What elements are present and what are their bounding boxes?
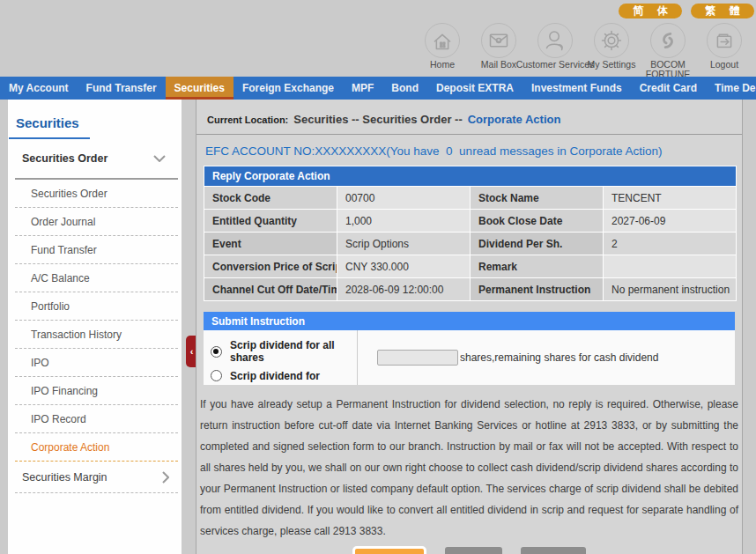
table-title: Reply Corporate Action bbox=[204, 166, 737, 187]
main-nav: My Account Fund Transfer Securities Fore… bbox=[0, 77, 756, 100]
nav-bond[interactable]: Bond bbox=[382, 77, 427, 100]
gear-icon bbox=[594, 23, 629, 58]
submit-instruction-title: Submit Instruction bbox=[204, 312, 735, 330]
nav-deposit-extra[interactable]: Deposit EXTRA bbox=[427, 77, 523, 100]
nav-my-account[interactable]: My Account bbox=[0, 77, 78, 100]
option-scrip-partial[interactable]: Scrip dividend for bbox=[211, 370, 357, 382]
logout-label: Logout bbox=[710, 60, 738, 70]
main-panel: Current Location: Securities -- Securiti… bbox=[196, 100, 743, 554]
sidebar: Securities Securities Order Securities O… bbox=[8, 100, 182, 554]
instruction-notice: If you have already setup a Permanent In… bbox=[196, 385, 742, 542]
sidebar-item-ipo-financing[interactable]: IPO Financing bbox=[15, 377, 178, 405]
traditional-chinese-button[interactable]: 繁 體 bbox=[691, 4, 754, 18]
submit-button[interactable]: Submit bbox=[352, 546, 426, 554]
sidebar-item-securities-order[interactable]: Securities Order bbox=[15, 180, 178, 208]
customer-services-icon bbox=[537, 23, 573, 58]
instruction-options: Scrip dividend for all shares Scrip divi… bbox=[204, 330, 358, 385]
option-label: Scrip dividend for all shares bbox=[230, 339, 357, 364]
bocom-fortune-icon bbox=[650, 23, 686, 58]
nav-securities[interactable]: Securities bbox=[166, 77, 233, 100]
nav-foreign-exchange[interactable]: Foreign Exchange bbox=[233, 77, 343, 100]
sidebar-title: Securities bbox=[8, 100, 182, 137]
table-row: Channel Cut Off Date/Time 2028-06-09 12:… bbox=[204, 278, 737, 301]
sidebar-section-label: Securities Order bbox=[22, 152, 107, 165]
submit-instruction-body: Scrip dividend for all shares Scrip divi… bbox=[204, 330, 735, 385]
mailbox-label: Mail Box bbox=[481, 60, 516, 70]
sidebar-section2-label: Securities Margin bbox=[22, 471, 107, 484]
breadcrumb-prefix: Current Location: bbox=[207, 114, 288, 125]
table-row: Entitled Quantity 1,000 Book Close Date … bbox=[204, 210, 737, 233]
cancel-button[interactable]: Cancel bbox=[521, 547, 586, 554]
chevron-down-icon bbox=[153, 155, 166, 162]
sidebar-item-ipo-record[interactable]: IPO Record bbox=[15, 405, 178, 433]
table-row: Conversion Price of Scrip Dividend CNY 3… bbox=[204, 255, 737, 278]
radio-scrip-partial[interactable] bbox=[211, 370, 222, 381]
option-label: Scrip dividend for bbox=[230, 370, 320, 382]
language-switcher: 简 体 繁 體 bbox=[619, 4, 754, 18]
sidebar-item-ipo[interactable]: IPO bbox=[15, 349, 178, 377]
shares-input-area: shares,remaining shares for cash dividen… bbox=[358, 330, 735, 385]
table-row: Stock Code 00700 Stock Name TENCENT bbox=[204, 187, 737, 210]
option-scrip-all-shares[interactable]: Scrip dividend for all shares bbox=[211, 339, 357, 364]
table-row: Event Scrip Options Dividend Per Sh. 2 bbox=[204, 233, 737, 255]
sidebar-item-order-journal[interactable]: Order Journal bbox=[15, 208, 178, 236]
simplified-chinese-button[interactable]: 简 体 bbox=[619, 4, 682, 18]
nav-time-deposit[interactable]: Time Deposit bbox=[706, 77, 756, 100]
nav-investment-funds[interactable]: Investment Funds bbox=[523, 77, 631, 100]
page: { "colors": { "nav_blue": "#2e71c4", "ac… bbox=[0, 0, 756, 554]
home-label: Home bbox=[430, 60, 455, 70]
radio-scrip-all-shares[interactable] bbox=[211, 346, 222, 358]
sidebar-section-securities-margin[interactable]: Securities Margin bbox=[15, 462, 178, 493]
chevron-left-icon: ‹ bbox=[190, 346, 194, 357]
breadcrumb-current[interactable]: Corporate Action bbox=[468, 113, 561, 126]
top-header: 简 体 繁 體 Home Mail Box bbox=[0, 0, 756, 77]
sidebar-item-portfolio[interactable]: Portfolio bbox=[15, 292, 178, 321]
account-summary: EFC ACCOUNT NO:XXXXXXXXX(You have 0 unre… bbox=[196, 135, 742, 166]
nav-fund-transfer[interactable]: Fund Transfer bbox=[78, 77, 166, 100]
logout-icon bbox=[707, 23, 742, 58]
sidebar-item-fund-transfer[interactable]: Fund Transfer bbox=[15, 236, 178, 264]
sidebar-item-corporate-action[interactable]: Corporate Action bbox=[15, 433, 178, 462]
sidebar-item-ac-balance[interactable]: A/C Balance bbox=[15, 264, 178, 292]
chevron-right-icon bbox=[162, 471, 169, 484]
submit-instruction-section: Submit Instruction Scrip dividend for al… bbox=[204, 312, 735, 385]
breadcrumb-path: Securities -- Securities Order -- bbox=[293, 113, 462, 126]
sidebar-item-transaction-history[interactable]: Transaction History bbox=[15, 321, 178, 349]
reply-corporate-action-table: Reply Corporate Action Stock Code 00700 … bbox=[204, 166, 737, 301]
shares-suffix-text: shares,remaining shares for cash dividen… bbox=[460, 351, 658, 364]
nav-credit-card[interactable]: Credit Card bbox=[631, 77, 706, 100]
breadcrumb: Current Location: Securities -- Securiti… bbox=[196, 100, 742, 135]
mailbox-icon bbox=[481, 23, 516, 58]
sidebar-section-securities-order[interactable]: Securities Order bbox=[8, 139, 182, 178]
nav-mpf[interactable]: MPF bbox=[343, 77, 382, 100]
table-title-row: Reply Corporate Action bbox=[204, 166, 737, 187]
shares-input[interactable] bbox=[377, 350, 458, 366]
action-buttons: Submit Clear Cancel bbox=[196, 546, 742, 554]
home-icon bbox=[425, 23, 460, 58]
clear-button[interactable]: Clear bbox=[445, 547, 502, 554]
